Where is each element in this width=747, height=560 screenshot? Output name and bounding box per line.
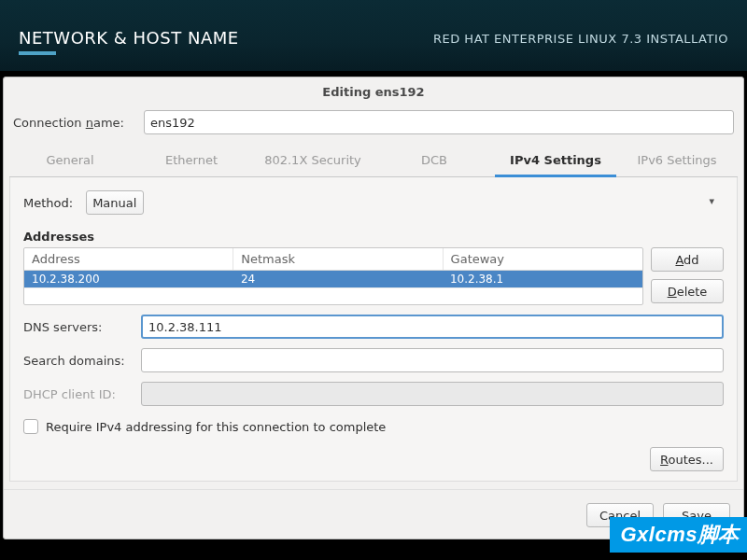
tab-ethernet[interactable]: Ethernet <box>131 146 252 176</box>
page-title: NETWORK & HOST NAME <box>19 28 239 55</box>
require-ipv4-label: Require IPv4 addressing for this connect… <box>46 420 386 434</box>
tab-8021x-security[interactable]: 802.1X Security <box>252 146 374 176</box>
watermark: Gxlcms脚本 <box>610 517 748 553</box>
dns-row: DNS servers: <box>23 315 724 339</box>
dhcp-label: DHCP client ID: <box>23 387 141 401</box>
page-title-text: NETWORK & HOST NAME <box>19 28 239 48</box>
tab-dcb[interactable]: DCB <box>374 146 495 176</box>
addresses-label: Addresses <box>23 230 724 244</box>
dns-label: DNS servers: <box>23 320 141 334</box>
table-row[interactable]: 10.2.38.200 24 10.2.38.1 <box>24 271 642 287</box>
col-netmask: Netmask <box>233 248 443 270</box>
dhcp-client-id-input <box>141 382 724 406</box>
connection-name-label: Connection name: <box>13 116 144 130</box>
add-button[interactable]: Add <box>651 247 724 272</box>
connection-name-row: Connection name: <box>4 108 743 136</box>
search-domains-input[interactable] <box>141 348 724 372</box>
method-combo-wrap: Manual <box>86 190 724 215</box>
delete-button[interactable]: Delete <box>651 279 724 303</box>
search-row: Search domains: <box>23 348 724 372</box>
connection-name-input[interactable] <box>144 110 734 134</box>
col-gateway: Gateway <box>444 248 642 270</box>
tab-general[interactable]: General <box>9 146 131 176</box>
cell-netmask: 24 <box>233 271 443 287</box>
table-empty-row <box>24 287 642 304</box>
col-address: Address <box>24 248 233 270</box>
dns-servers-input[interactable] <box>141 315 724 339</box>
routes-row: Routes... <box>23 447 724 471</box>
title-underline <box>19 51 56 55</box>
require-ipv4-checkbox[interactable] <box>23 419 38 434</box>
search-label: Search domains: <box>23 354 141 368</box>
method-select[interactable]: Manual <box>86 190 144 215</box>
tab-ipv6-settings[interactable]: IPv6 Settings <box>616 146 738 176</box>
installer-header: NETWORK & HOST NAME RED HAT ENTERPRISE L… <box>0 0 747 71</box>
addresses-area: Address Netmask Gateway 10.2.38.200 24 1… <box>23 247 724 305</box>
tab-ipv4-settings[interactable]: IPv4 Settings <box>495 146 616 177</box>
addresses-header: Address Netmask Gateway <box>24 248 642 271</box>
dhcp-row: DHCP client ID: <box>23 382 724 406</box>
cell-gateway: 10.2.38.1 <box>443 271 642 287</box>
product-name: RED HAT ENTERPRISE LINUX 7.3 INSTALLATIO <box>433 28 728 46</box>
dialog-title: Editing ens192 <box>4 77 743 108</box>
method-row: Method: Manual <box>23 190 724 215</box>
tabs: General Ethernet 802.1X Security DCB IPv… <box>9 146 738 177</box>
addresses-table[interactable]: Address Netmask Gateway 10.2.38.200 24 1… <box>23 247 643 305</box>
method-label: Method: <box>23 196 73 210</box>
edit-connection-dialog: Editing ens192 Connection name: General … <box>3 77 744 539</box>
ipv4-tab-body: Method: Manual Addresses Address Netmask… <box>9 177 738 482</box>
routes-button[interactable]: Routes... <box>650 447 724 471</box>
require-ipv4-row: Require IPv4 addressing for this connect… <box>23 419 724 434</box>
address-buttons: Add Delete <box>651 247 724 305</box>
cell-address: 10.2.38.200 <box>24 271 233 287</box>
